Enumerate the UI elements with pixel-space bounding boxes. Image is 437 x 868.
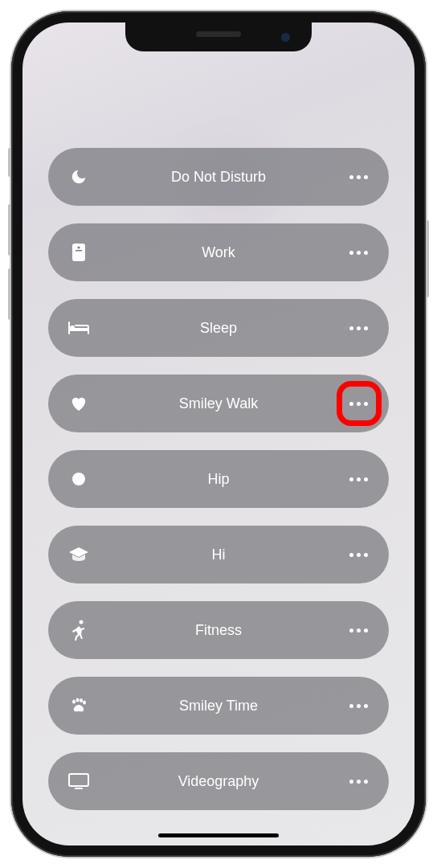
svg-point-8 bbox=[76, 698, 80, 702]
focus-mode-label: Sleep bbox=[92, 320, 345, 337]
svg-point-4 bbox=[71, 326, 75, 329]
more-options-button[interactable] bbox=[345, 693, 371, 719]
screen-notch bbox=[125, 23, 312, 51]
mute-switch bbox=[8, 148, 11, 177]
svg-rect-0 bbox=[72, 244, 85, 261]
svg-rect-11 bbox=[69, 774, 88, 786]
volume-down-button bbox=[8, 268, 11, 320]
svg-point-7 bbox=[72, 700, 76, 704]
phone-device-frame: Do Not Disturb Work Slee bbox=[11, 11, 426, 857]
focus-mode-dnd[interactable]: Do Not Disturb bbox=[48, 148, 389, 206]
svg-point-6 bbox=[80, 620, 84, 624]
more-options-button[interactable] bbox=[345, 542, 371, 567]
focus-mode-label: Work bbox=[92, 244, 345, 261]
ellipsis-icon bbox=[349, 477, 368, 481]
focus-mode-work[interactable]: Work bbox=[48, 223, 389, 281]
badge-icon bbox=[66, 240, 92, 265]
home-indicator[interactable] bbox=[158, 833, 279, 837]
svg-point-10 bbox=[83, 701, 86, 705]
more-options-button[interactable] bbox=[345, 240, 371, 265]
graduation-icon bbox=[66, 542, 92, 567]
more-options-button[interactable] bbox=[345, 617, 371, 643]
focus-mode-smiley-walk[interactable]: Smiley Walk bbox=[48, 375, 389, 432]
paw-icon bbox=[66, 693, 92, 719]
ellipsis-icon bbox=[349, 175, 368, 179]
circle-icon bbox=[66, 466, 92, 492]
focus-mode-fitness[interactable]: Fitness bbox=[48, 601, 389, 659]
ellipsis-icon bbox=[349, 553, 368, 557]
ellipsis-icon bbox=[349, 402, 368, 406]
focus-mode-label: Videography bbox=[92, 773, 345, 790]
svg-point-9 bbox=[80, 698, 83, 702]
focus-mode-label: Smiley Walk bbox=[92, 395, 345, 412]
moon-icon bbox=[66, 164, 92, 190]
front-camera bbox=[280, 32, 291, 43]
speaker-grille bbox=[196, 31, 241, 37]
ellipsis-icon bbox=[349, 704, 368, 708]
focus-mode-sleep[interactable]: Sleep bbox=[48, 299, 389, 357]
display-icon bbox=[66, 768, 92, 794]
svg-rect-1 bbox=[76, 250, 82, 252]
ellipsis-icon bbox=[349, 780, 368, 784]
focus-mode-label: Fitness bbox=[92, 622, 345, 639]
focus-mode-list: Do Not Disturb Work Slee bbox=[22, 23, 415, 845]
ellipsis-icon bbox=[349, 251, 368, 255]
focus-mode-label: Hi bbox=[92, 547, 345, 563]
focus-mode-hi[interactable]: Hi bbox=[48, 526, 389, 583]
ellipsis-icon bbox=[349, 628, 368, 633]
volume-up-button bbox=[8, 204, 11, 256]
side-button bbox=[426, 220, 429, 297]
focus-mode-label: Hip bbox=[92, 471, 345, 488]
more-options-button[interactable] bbox=[345, 315, 371, 341]
more-options-button[interactable] bbox=[345, 768, 371, 794]
running-icon bbox=[66, 617, 92, 643]
phone-screen: Do Not Disturb Work Slee bbox=[22, 23, 415, 845]
bed-icon bbox=[66, 315, 92, 341]
focus-mode-label: Do Not Disturb bbox=[92, 169, 345, 186]
focus-mode-smiley-time[interactable]: Smiley Time bbox=[48, 677, 389, 735]
more-options-button[interactable] bbox=[345, 164, 371, 190]
svg-point-5 bbox=[72, 473, 85, 485]
more-options-button[interactable] bbox=[345, 466, 371, 492]
focus-mode-hip[interactable]: Hip bbox=[48, 450, 389, 508]
ellipsis-icon bbox=[349, 326, 368, 330]
more-options-button[interactable] bbox=[345, 391, 371, 416]
heart-icon bbox=[66, 391, 92, 416]
focus-mode-videography[interactable]: Videography bbox=[48, 752, 389, 810]
svg-point-2 bbox=[78, 247, 80, 249]
focus-mode-label: Smiley Time bbox=[92, 698, 345, 714]
